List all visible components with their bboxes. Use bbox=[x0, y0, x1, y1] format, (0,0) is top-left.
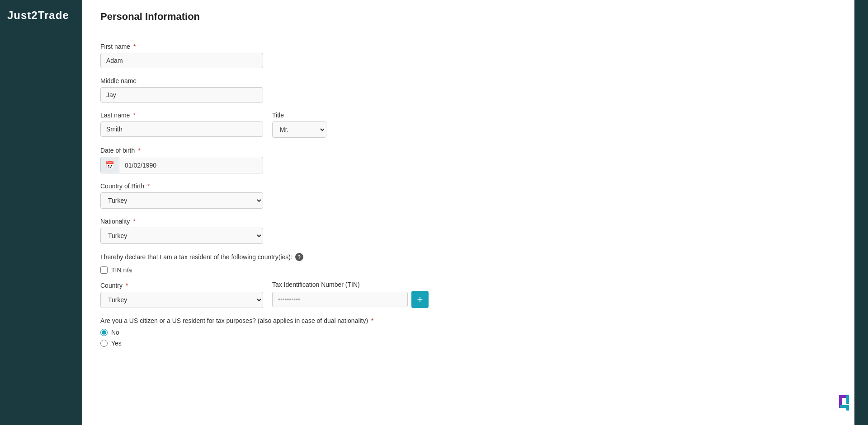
us-citizen-question: Are you a US citizen or a US resident fo… bbox=[100, 317, 836, 324]
last-name-title-group: Last name * Title Mr. Mrs. Ms. Dr. bbox=[100, 112, 836, 138]
dob-input[interactable] bbox=[119, 158, 263, 173]
tin-input[interactable] bbox=[272, 292, 408, 307]
sidebar: Just2Trade bbox=[0, 0, 82, 425]
add-tin-button[interactable]: + bbox=[411, 291, 429, 308]
title-label: Title bbox=[272, 112, 326, 119]
svg-rect-5 bbox=[846, 407, 849, 411]
main-content: Personal Information First name * Middle… bbox=[82, 0, 854, 425]
title-select[interactable]: Mr. Mrs. Ms. Dr. bbox=[272, 121, 326, 138]
calendar-icon: 📅 bbox=[101, 157, 119, 173]
nationality-select[interactable]: Turkey United States United Kingdom Germ… bbox=[100, 228, 263, 244]
nationality-group: Nationality * Turkey United States Unite… bbox=[100, 218, 836, 244]
last-name-subgroup: Last name * bbox=[100, 112, 263, 137]
dob-input-wrapper: 📅 bbox=[100, 157, 263, 173]
first-name-label: First name * bbox=[100, 43, 836, 50]
us-citizen-radio-group: No Yes bbox=[100, 329, 836, 347]
tin-group: Tax Identification Number (TIN) + bbox=[272, 281, 429, 308]
country-label: Country * bbox=[100, 282, 263, 289]
section-divider bbox=[100, 30, 836, 30]
last-name-label: Last name * bbox=[100, 112, 263, 119]
country-required: * bbox=[126, 282, 128, 289]
bottom-logo bbox=[836, 392, 859, 416]
tin-na-label: TIN n/a bbox=[111, 266, 132, 274]
page-title: Personal Information bbox=[100, 11, 836, 23]
first-name-input[interactable] bbox=[100, 53, 263, 68]
country-of-birth-group: Country of Birth * Turkey United States … bbox=[100, 182, 836, 209]
middle-name-group: Middle name bbox=[100, 77, 836, 103]
first-name-required: * bbox=[133, 43, 136, 50]
title-subgroup: Title Mr. Mrs. Ms. Dr. bbox=[272, 112, 326, 138]
middle-name-label: Middle name bbox=[100, 77, 836, 84]
nationality-label: Nationality * bbox=[100, 218, 836, 225]
tin-na-group: TIN n/a bbox=[100, 266, 836, 274]
brand-logo: Just2Trade bbox=[7, 9, 75, 22]
country-group: Country * Turkey United States United Ki… bbox=[100, 282, 263, 308]
tin-label: Tax Identification Number (TIN) bbox=[272, 281, 429, 288]
dob-label: Date of birth * bbox=[100, 147, 836, 154]
us-citizen-section: Are you a US citizen or a US resident fo… bbox=[100, 317, 836, 347]
right-sidebar bbox=[854, 0, 868, 425]
nationality-required: * bbox=[133, 218, 135, 225]
us-citizen-yes-option[interactable]: Yes bbox=[100, 340, 836, 347]
tin-na-checkbox[interactable] bbox=[100, 266, 108, 274]
svg-rect-3 bbox=[846, 395, 849, 404]
us-citizen-no-radio[interactable] bbox=[100, 329, 108, 336]
dob-group: Date of birth * 📅 bbox=[100, 147, 836, 173]
last-name-input[interactable] bbox=[100, 121, 263, 137]
us-citizen-required: * bbox=[371, 317, 373, 324]
country-select[interactable]: Turkey United States United Kingdom Germ… bbox=[100, 292, 263, 308]
dob-required: * bbox=[138, 147, 140, 154]
last-name-required: * bbox=[133, 112, 135, 119]
country-of-birth-label: Country of Birth * bbox=[100, 182, 836, 190]
us-citizen-yes-radio[interactable] bbox=[100, 340, 108, 347]
country-of-birth-select[interactable]: Turkey United States United Kingdom Germ… bbox=[100, 192, 263, 209]
help-icon[interactable]: ? bbox=[295, 253, 303, 261]
country-of-birth-required: * bbox=[147, 182, 150, 190]
country-tin-row: Country * Turkey United States United Ki… bbox=[100, 281, 836, 308]
middle-name-input[interactable] bbox=[100, 87, 263, 103]
brand-icon bbox=[836, 392, 859, 414]
us-citizen-no-option[interactable]: No bbox=[100, 329, 836, 336]
tax-declaration-text: I hereby declare that I am a tax residen… bbox=[100, 253, 836, 261]
first-name-group: First name * bbox=[100, 43, 836, 68]
